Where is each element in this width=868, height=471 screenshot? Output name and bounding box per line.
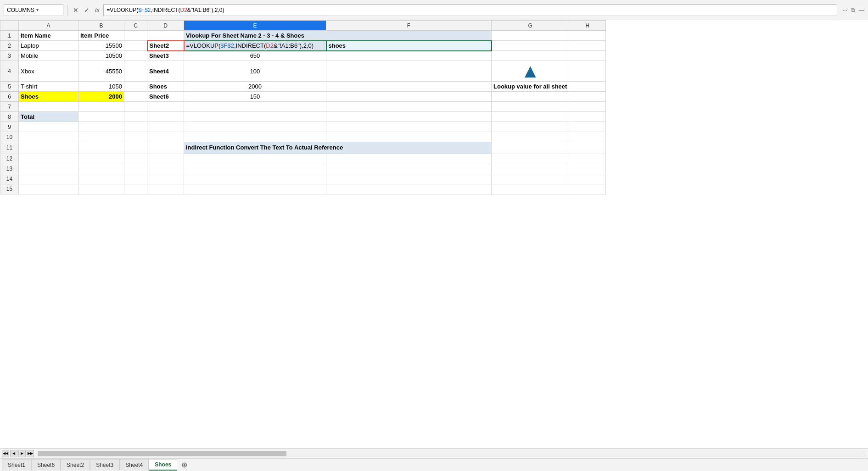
cell-E5[interactable]: 2000 [184,82,326,92]
row-header-8[interactable]: 8 [0,112,19,122]
cell-F13[interactable] [326,164,492,174]
cell-B8[interactable] [78,112,124,122]
name-box-dropdown-icon[interactable]: ▾ [36,7,39,12]
scroll-thumb[interactable] [38,451,286,456]
cell-B6[interactable]: 2000 [78,92,124,102]
cell-D1[interactable] [147,31,184,41]
cell-B4[interactable]: 45550 [78,61,124,82]
cell-G8[interactable] [492,112,569,122]
cell-F5[interactable] [326,82,492,92]
cell-F15[interactable] [326,184,492,194]
cell-A5[interactable]: T-shirt [19,82,78,92]
cell-C7[interactable] [124,102,147,112]
cell-D3[interactable]: Sheet3 [147,51,184,61]
cell-H12[interactable] [569,154,606,164]
col-header-C[interactable]: C [124,21,147,31]
nav-last-icon[interactable]: ▶▶ [27,450,34,457]
cell-H3[interactable] [569,51,606,61]
cell-D9[interactable] [147,122,184,132]
cell-C9[interactable] [124,122,147,132]
cell-F9[interactable] [326,122,492,132]
row-header-3[interactable]: 3 [0,51,19,61]
row-header-15[interactable]: 15 [0,184,19,194]
cell-E15[interactable] [184,184,326,194]
cell-A14[interactable] [19,174,78,184]
row-header-4[interactable]: 4 [0,61,19,82]
cell-B14[interactable] [78,174,124,184]
cell-E7[interactable] [184,102,326,112]
cell-F6[interactable] [326,92,492,102]
cell-B13[interactable] [78,164,124,174]
cell-F3[interactable] [326,51,492,61]
cell-B5[interactable]: 1050 [78,82,124,92]
cell-G9[interactable] [492,122,569,132]
cell-H8[interactable] [569,112,606,122]
col-header-H[interactable]: H [569,21,606,31]
cell-G14[interactable] [492,174,569,184]
cell-A3[interactable]: Mobile [19,51,78,61]
cell-E13[interactable] [184,164,326,174]
cell-C15[interactable] [124,184,147,194]
cell-D8[interactable] [147,112,184,122]
cell-B1[interactable]: Item Price [78,31,124,41]
cell-H10[interactable] [569,132,606,142]
cell-A1[interactable]: Item Name [19,31,78,41]
cell-E6[interactable]: 150 [184,92,326,102]
row-header-1[interactable]: 1 [0,31,19,41]
cell-C4[interactable] [124,61,147,82]
cell-D7[interactable] [147,102,184,112]
cell-C11[interactable] [124,142,147,154]
window-minimize-icon[interactable]: — [859,7,864,13]
cell-C12[interactable] [124,154,147,164]
cell-A7[interactable] [19,102,78,112]
cell-C5[interactable] [124,82,147,92]
col-header-F[interactable]: F [326,21,492,31]
cell-E9[interactable] [184,122,326,132]
row-header-7[interactable]: 7 [0,102,19,112]
cell-H6[interactable] [569,92,606,102]
cell-D6[interactable]: Sheet6 [147,92,184,102]
cell-B11[interactable] [78,142,124,154]
cell-A13[interactable] [19,164,78,174]
cell-H14[interactable] [569,174,606,184]
row-header-14[interactable]: 14 [0,174,19,184]
cell-B2[interactable]: 15500 [78,41,124,51]
cell-G11[interactable] [492,142,569,154]
cell-E2[interactable]: =VLOOKUP($F$2,INDIRECT(D2&"!A1:B6"),2,0) [184,41,326,51]
col-header-A[interactable]: A [19,21,78,31]
cell-B7[interactable] [78,102,124,112]
col-header-G[interactable]: G [492,21,569,31]
col-header-E[interactable]: E [184,21,326,31]
cell-D10[interactable] [147,132,184,142]
cell-A4[interactable]: Xbox [19,61,78,82]
cell-C3[interactable] [124,51,147,61]
cell-D5[interactable]: Shoes [147,82,184,92]
cell-E10[interactable] [184,132,326,142]
row-header-11[interactable]: 11 [0,142,19,154]
cancel-button[interactable]: ✕ [71,6,80,15]
cell-F10[interactable] [326,132,492,142]
cell-A2[interactable]: Laptop [19,41,78,51]
cell-H4[interactable] [569,61,606,82]
row-header-5[interactable]: 5 [0,82,19,92]
cell-D4[interactable]: Sheet4 [147,61,184,82]
tab-sheet4[interactable]: Sheet4 [119,459,149,471]
cell-F4[interactable] [326,61,492,82]
row-header-2[interactable]: 2 [0,41,19,51]
sheet-grid[interactable]: A B C D E F G H 1 Item Name Item Price [0,20,868,448]
cell-A11[interactable] [19,142,78,154]
row-header-6[interactable]: 6 [0,92,19,102]
window-restore-icon[interactable]: ⧉ [851,7,855,13]
cell-B9[interactable] [78,122,124,132]
cell-F8[interactable] [326,112,492,122]
row-header-13[interactable]: 13 [0,164,19,174]
cell-E14[interactable] [184,174,326,184]
cell-D2[interactable]: Sheet2 [147,41,184,51]
tab-sheet3[interactable]: Sheet3 [90,459,119,471]
cell-H7[interactable] [569,102,606,112]
row-header-9[interactable]: 9 [0,122,19,132]
cell-B15[interactable] [78,184,124,194]
cell-H13[interactable] [569,164,606,174]
cell-C1[interactable] [124,31,147,41]
cell-E3[interactable]: 650 [184,51,326,61]
